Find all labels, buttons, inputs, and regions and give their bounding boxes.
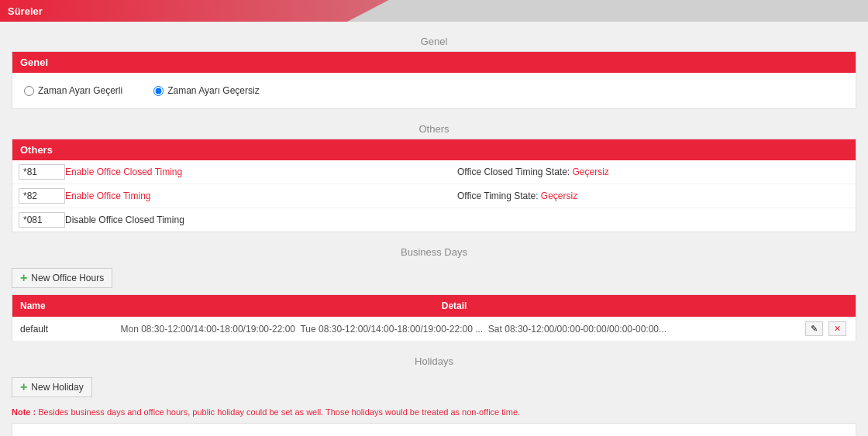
genel-panel-header: Genel (12, 52, 856, 73)
business-days-table: Name Detail default Mon 08:30-12:00/14:0… (12, 294, 856, 342)
others-row-3: *081 Disable Office Closed Timing (12, 208, 856, 232)
others-row-2: *82 Enable Office Timing Office Timing S… (12, 184, 856, 208)
plus-icon-holiday: + (20, 381, 27, 393)
others-panel-header: Others (12, 139, 856, 160)
delete-button[interactable]: ✕ (828, 321, 846, 336)
row-name: default (12, 317, 113, 342)
others-section-label: Others (12, 117, 856, 139)
edit-button[interactable]: ✎ (805, 321, 823, 336)
col-actions (796, 295, 856, 318)
new-holiday-button[interactable]: + New Holiday (12, 377, 92, 397)
others-row-1: *81 Enable Office Closed Timing Office C… (12, 160, 856, 184)
others-label-3: Disable Office Closed Timing (65, 215, 457, 225)
holiday-note: Note : Besides business days and office … (12, 407, 856, 417)
top-bar-title: Süreler (8, 5, 43, 17)
radio-gecerli-input[interactable] (24, 86, 34, 96)
radio-gecerli-label: Zaman Ayarı Geçerli (38, 85, 122, 96)
plus-icon-office: + (20, 272, 27, 284)
others-rows-container: *81 Enable Office Closed Timing Office C… (12, 160, 856, 232)
others-label-1: Enable Office Closed Timing (65, 167, 457, 177)
note-text: Besides business days and office hours, … (38, 407, 520, 417)
new-office-hours-label: New Office Hours (31, 273, 104, 283)
col-detail: Detail (113, 295, 796, 318)
top-bar: Süreler (0, 0, 868, 22)
table-header-row: Name Detail (12, 295, 856, 318)
table-row: default Mon 08:30-12:00/14:00-18:00/19:0… (12, 317, 856, 342)
radio-gecersiz-label: Zaman Ayarı Geçersiz (167, 85, 260, 96)
delete-icon: ✕ (834, 324, 841, 333)
new-office-hours-button[interactable]: + New Office Hours (12, 268, 112, 288)
others-status-value-1: Geçersiz (573, 167, 609, 177)
others-code-2: *82 (19, 188, 65, 204)
holidays-section-label: Holidays (12, 349, 856, 371)
genel-panel: Genel Zaman Ayarı Geçerli Zaman Ayarı Ge… (12, 51, 856, 109)
others-status-value-2: Geçersiz (541, 191, 577, 201)
others-code-1: *81 (19, 164, 65, 180)
genel-panel-body: Zaman Ayarı Geçerli Zaman Ayarı Geçersiz (12, 73, 856, 108)
row-detail: Mon 08:30-12:00/14:00-18:00/19:00-22:00 … (113, 317, 796, 342)
main-content: Genel Genel Zaman Ayarı Geçerli Zaman Ay… (0, 22, 868, 436)
edit-icon: ✎ (811, 324, 818, 333)
others-status-1: Office Closed Timing State: Geçersiz (457, 167, 849, 177)
others-code-3: *081 (19, 212, 65, 228)
others-status-2: Office Timing State: Geçersiz (457, 191, 849, 201)
genel-section-label: Genel (12, 29, 856, 51)
others-label-2: Enable Office Timing (65, 191, 457, 201)
others-panel: Others *81 Enable Office Closed Timing O… (12, 139, 856, 232)
row-actions: ✎ ✕ (796, 317, 856, 342)
radio-gecersiz[interactable]: Zaman Ayarı Geçersiz (153, 85, 260, 96)
genel-radio-group: Zaman Ayarı Geçerli Zaman Ayarı Geçersiz (20, 79, 848, 102)
radio-gecerli[interactable]: Zaman Ayarı Geçerli (24, 85, 122, 96)
radio-gecersiz-input[interactable] (153, 86, 164, 96)
business-days-section-label: Business Days (12, 240, 856, 262)
note-label: Note : (12, 407, 36, 417)
col-name: Name (12, 295, 113, 318)
no-holidays-box: No Holidays Defined (12, 423, 856, 436)
new-holiday-label: New Holiday (31, 382, 83, 393)
